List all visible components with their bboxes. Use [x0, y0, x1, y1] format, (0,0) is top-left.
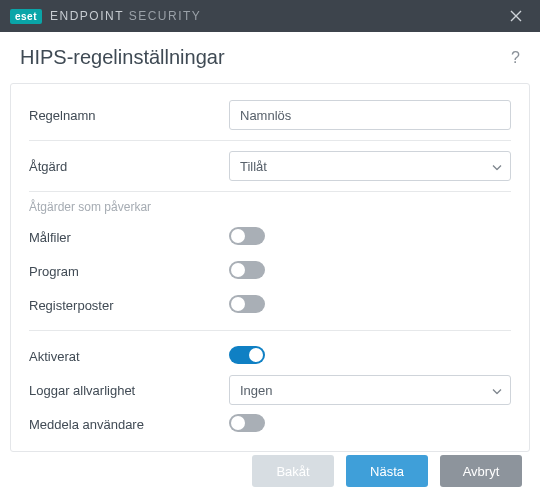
row-programs: Program	[29, 254, 511, 288]
action-select[interactable]: Tillåt	[229, 151, 511, 181]
rule-name-input[interactable]	[229, 100, 511, 130]
brand-badge: eset	[10, 9, 42, 24]
settings-panel: Regelnamn Åtgärd Tillåt Åtgärder som påv…	[10, 83, 530, 452]
programs-label: Program	[29, 264, 229, 279]
chevron-down-icon	[492, 383, 502, 398]
next-button[interactable]: Nästa	[346, 455, 428, 487]
action-label: Åtgärd	[29, 159, 229, 174]
close-button[interactable]	[502, 2, 530, 30]
target-files-toggle[interactable]	[229, 227, 265, 245]
registry-label: Registerposter	[29, 298, 229, 313]
dialog-header: HIPS-regelinställningar ?	[0, 32, 540, 83]
registry-toggle[interactable]	[229, 295, 265, 313]
notify-user-label: Meddela användare	[29, 417, 229, 432]
row-action: Åtgärd Tillåt	[29, 149, 511, 183]
dialog-footer: Bakåt Nästa Avbryt	[0, 442, 540, 500]
chevron-down-icon	[492, 159, 502, 174]
cancel-button[interactable]: Avbryt	[440, 455, 522, 487]
page-title: HIPS-regelinställningar	[20, 46, 511, 69]
brand-main: ENDPOINT	[50, 9, 124, 23]
log-severity-label: Loggar allvarlighet	[29, 383, 229, 398]
back-button: Bakåt	[252, 455, 334, 487]
divider	[29, 140, 511, 141]
notify-user-toggle[interactable]	[229, 414, 265, 432]
divider	[29, 191, 511, 192]
target-files-label: Målfiler	[29, 230, 229, 245]
section-affects-title: Åtgärder som påverkar	[29, 200, 511, 214]
log-severity-value: Ingen	[240, 383, 273, 398]
help-button[interactable]: ?	[511, 49, 520, 67]
log-severity-select[interactable]: Ingen	[229, 375, 511, 405]
row-registry: Registerposter	[29, 288, 511, 322]
enabled-label: Aktiverat	[29, 349, 229, 364]
brand-sub: SECURITY	[129, 9, 202, 23]
brand-text: ENDPOINT SECURITY	[50, 9, 201, 23]
titlebar: eset ENDPOINT SECURITY	[0, 0, 540, 32]
row-target-files: Målfiler	[29, 220, 511, 254]
row-rule-name: Regelnamn	[29, 98, 511, 132]
close-icon	[510, 10, 522, 22]
programs-toggle[interactable]	[229, 261, 265, 279]
rule-name-label: Regelnamn	[29, 108, 229, 123]
divider	[29, 330, 511, 331]
row-log-severity: Loggar allvarlighet Ingen	[29, 373, 511, 407]
row-enabled: Aktiverat	[29, 339, 511, 373]
row-notify-user: Meddela användare	[29, 407, 511, 441]
enabled-toggle[interactable]	[229, 346, 265, 364]
action-select-value: Tillåt	[240, 159, 267, 174]
